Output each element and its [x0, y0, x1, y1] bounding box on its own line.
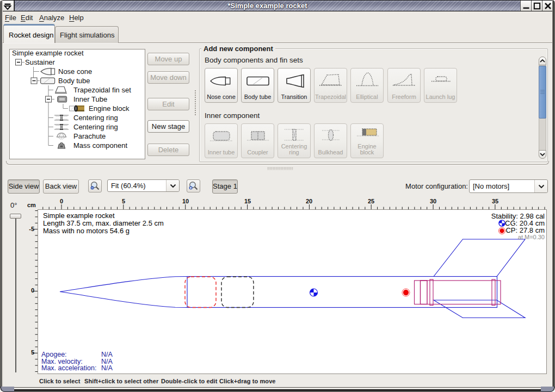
svg-text:Simple example rocket: Simple example rocket: [12, 49, 84, 57]
svg-text:Parachute: Parachute: [73, 132, 106, 140]
svg-text:Mass component: Mass component: [73, 141, 127, 150]
svg-text:Trapezoidal fin set: Trapezoidal fin set: [73, 86, 131, 94]
svg-text:Sustainer: Sustainer: [25, 58, 55, 66]
svg-text:Inner Tube: Inner Tube: [73, 95, 107, 103]
svg-text:Centering ring: Centering ring: [73, 114, 118, 122]
svg-text:Centering ring: Centering ring: [73, 123, 118, 131]
svg-text:Nose cone: Nose cone: [58, 67, 92, 76]
svg-text:Body tube: Body tube: [58, 77, 90, 85]
svg-text:Engine block: Engine block: [89, 104, 130, 113]
